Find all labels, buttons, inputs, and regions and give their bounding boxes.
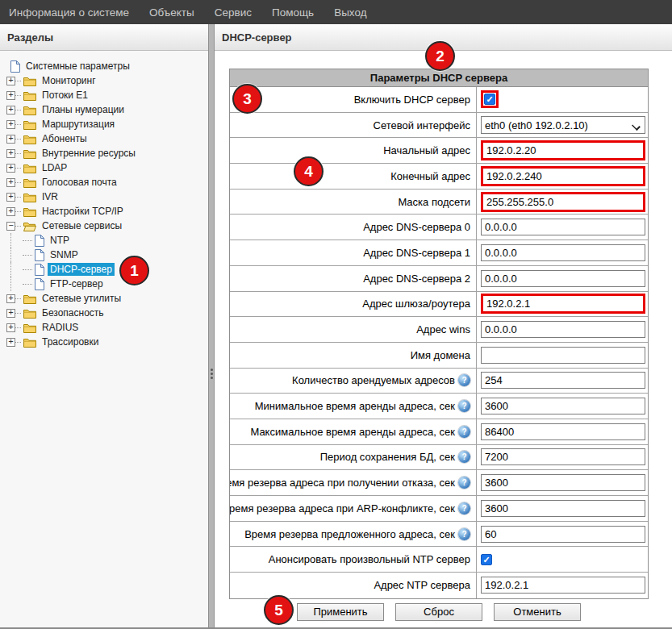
sidebar-item-ntp[interactable]: NTP: [6, 233, 207, 248]
tree-item-label[interactable]: IVR: [40, 190, 61, 203]
field-label: Включить DHCP сервер: [230, 87, 477, 112]
expand-icon[interactable]: +: [6, 193, 15, 202]
sidebar-item-voice-mail[interactable]: +Голосовая почта: [6, 175, 207, 190]
tree-item-label[interactable]: LDAP: [40, 161, 69, 174]
min-lease-time-input[interactable]: [481, 398, 645, 414]
sidebar-item-subscribers[interactable]: +Абоненты: [6, 131, 207, 146]
dhcp-enable-checkbox[interactable]: ✓: [484, 94, 495, 105]
sidebar-item-numbering-plans[interactable]: +Планы нумерации: [6, 102, 207, 117]
announce-ntp-checkbox[interactable]: ✓: [481, 554, 492, 565]
expand-icon[interactable]: +: [6, 120, 15, 129]
tree-item-label[interactable]: Системные параметры: [23, 60, 132, 73]
sidebar-splitter[interactable]: [208, 24, 215, 627]
domain-name-input[interactable]: [481, 347, 645, 364]
sidebar-item-routing[interactable]: +Маршрутизация: [6, 117, 207, 131]
wins-address-input[interactable]: [481, 321, 645, 338]
ntp-address-input[interactable]: [481, 577, 645, 594]
menu-item-service[interactable]: Сервис: [215, 6, 252, 19]
sidebar-item-ldap[interactable]: +LDAP: [6, 160, 207, 175]
form-row-lease-count: Количество арендуемых адресов?: [230, 369, 648, 394]
subnet-mask-input[interactable]: [481, 192, 645, 212]
help-icon[interactable]: ?: [458, 451, 470, 463]
tree-item-label[interactable]: Настройки TCP/IP: [40, 205, 126, 218]
apply-button[interactable]: Применить: [297, 603, 384, 621]
network-interface-select[interactable]: eth0 (eth0 192.0.2.10): [481, 116, 645, 134]
dns-server-1-input[interactable]: [481, 244, 645, 261]
document-icon: [10, 60, 20, 73]
expand-icon[interactable]: +: [6, 77, 15, 85]
sidebar-item-e1-streams[interactable]: +Потоки Е1: [6, 88, 207, 102]
sidebar-item-security[interactable]: +Безопасность: [6, 306, 207, 320]
dhcp-settings-table: Параметры DHCP сервера Включить DHCP сер…: [229, 69, 649, 599]
help-icon[interactable]: ?: [458, 374, 470, 386]
sidebar-item-ivr[interactable]: +IVR: [6, 190, 207, 204]
expand-icon[interactable]: +: [6, 91, 15, 100]
gateway-address-input[interactable]: [481, 294, 645, 314]
tree-item-label[interactable]: Планы нумерации: [40, 103, 127, 116]
field-value-cell: [477, 292, 648, 317]
help-icon[interactable]: ?: [458, 502, 470, 514]
tree-item-label[interactable]: Маршрутизация: [40, 118, 117, 131]
tree-item-label[interactable]: RADIUS: [40, 321, 81, 334]
db-save-period-input[interactable]: [481, 448, 645, 465]
arp-conflict-reserve-time-input[interactable]: [481, 500, 645, 517]
tree-item-label[interactable]: Безопасность: [40, 306, 106, 319]
tree-item-label[interactable]: Сетевые сервисы: [40, 219, 124, 232]
help-icon[interactable]: ?: [458, 528, 470, 540]
sidebar-item-tcpip-settings[interactable]: +Настройки TCP/IP: [6, 204, 207, 219]
menu-item-objects[interactable]: Объекты: [149, 6, 194, 19]
expand-icon[interactable]: +: [6, 135, 15, 144]
sidebar-item-traces[interactable]: +Трассировки: [6, 335, 207, 349]
expand-icon[interactable]: +: [6, 106, 15, 115]
sidebar-item-internal-resources[interactable]: +Внутренние ресурсы: [6, 146, 207, 160]
expand-icon[interactable]: +: [6, 323, 15, 332]
cancel-button[interactable]: Отменить: [494, 603, 581, 621]
expand-icon[interactable]: +: [6, 178, 15, 187]
expand-icon[interactable]: +: [6, 164, 15, 173]
sidebar-item-ftp-server[interactable]: FTP-сервер: [6, 277, 207, 291]
sidebar-item-monitoring[interactable]: +Мониторинг: [6, 73, 207, 88]
form-row-network-interface: Сетевой интерфейсeth0 (eth0 192.0.2.10): [230, 113, 648, 139]
tree-item-label[interactable]: Потоки Е1: [40, 89, 90, 102]
expand-icon[interactable]: +: [6, 309, 15, 318]
menu-item-help[interactable]: Помощь: [272, 6, 314, 19]
lease-count-input[interactable]: [481, 372, 645, 389]
sidebar-item-system-parameters[interactable]: Системные параметры: [6, 59, 207, 73]
expand-icon[interactable]: +: [6, 207, 15, 216]
tree-item-label[interactable]: Внутренние ресурсы: [40, 147, 138, 160]
menu-item-system-info[interactable]: Информация о системе: [9, 6, 129, 19]
expand-icon[interactable]: +: [6, 294, 15, 303]
dns-server-0-input[interactable]: [481, 219, 645, 235]
field-value-cell: ✓: [477, 87, 648, 112]
help-icon[interactable]: ?: [458, 477, 470, 489]
tree-item-label[interactable]: NTP: [48, 234, 72, 247]
menu-item-logout[interactable]: Выход: [334, 6, 366, 19]
tree-item-label[interactable]: Трассировки: [40, 335, 101, 348]
tree-item-label[interactable]: Голосовая почта: [40, 176, 119, 189]
tree-item-label[interactable]: Сетевые утилиты: [40, 292, 123, 305]
dns-server-2-input[interactable]: [481, 270, 645, 287]
sidebar-item-radius[interactable]: +RADIUS: [6, 320, 207, 335]
offered-reserve-time-input[interactable]: [481, 526, 645, 543]
decline-reserve-time-input[interactable]: [481, 474, 645, 491]
tree-item-label[interactable]: FTP-сервер: [48, 277, 106, 290]
sidebar-item-network-utilities[interactable]: +Сетевые утилиты: [6, 291, 207, 306]
tree-item-label[interactable]: SNMP: [48, 248, 81, 261]
tree-item-label[interactable]: Абоненты: [40, 132, 90, 145]
tree-connector: [15, 153, 21, 154]
max-lease-time-input[interactable]: [481, 423, 645, 440]
end-address-input[interactable]: [481, 166, 645, 186]
expand-icon[interactable]: +: [6, 149, 15, 158]
field-label-text: Адрес шлюза/роутера: [362, 298, 470, 310]
tree-item-label[interactable]: Мониторинг: [40, 74, 98, 87]
sidebar-item-network-services[interactable]: −Сетевые сервисы: [6, 219, 207, 233]
start-address-input[interactable]: [481, 140, 645, 160]
sidebar-item-snmp[interactable]: SNMP: [6, 248, 207, 262]
expand-icon[interactable]: +: [6, 338, 15, 347]
help-icon[interactable]: ?: [458, 426, 470, 438]
help-icon[interactable]: ?: [458, 400, 470, 412]
collapse-icon[interactable]: −: [6, 222, 15, 231]
reset-button[interactable]: Сброс: [395, 603, 482, 621]
sidebar-item-dhcp-server[interactable]: DHCP-сервер: [6, 262, 207, 277]
tree-item-label[interactable]: DHCP-сервер: [48, 263, 115, 276]
